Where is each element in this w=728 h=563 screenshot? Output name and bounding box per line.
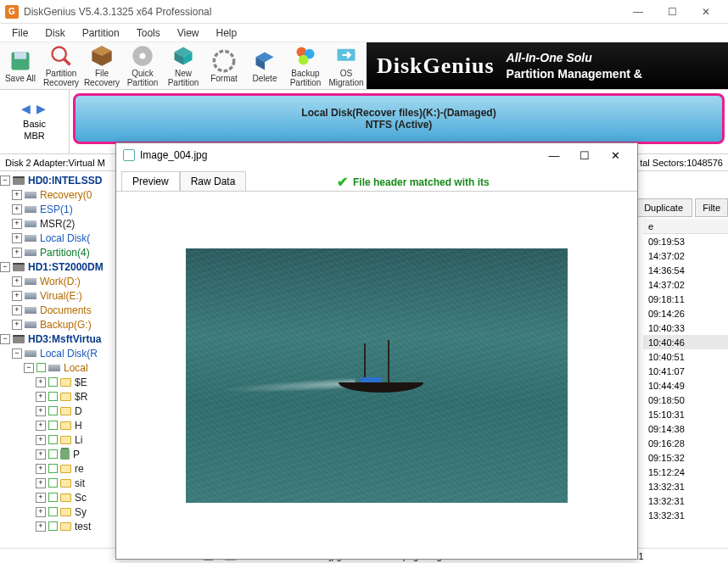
- expand-toggle[interactable]: −: [0, 176, 10, 186]
- preview-titlebar[interactable]: Image_004.jpg — ☐ ✕: [116, 143, 637, 167]
- time-cell[interactable]: 09:14:26: [643, 306, 728, 321]
- menu-disk[interactable]: Disk: [36, 25, 73, 41]
- tree-checkbox[interactable]: [48, 421, 58, 430]
- time-cell[interactable]: 09:14:38: [643, 421, 728, 436]
- time-cell[interactable]: 14:37:02: [643, 248, 728, 263]
- tool-save-all[interactable]: Save All: [0, 42, 41, 89]
- folder-icon: [60, 479, 71, 488]
- expand-toggle[interactable]: +: [12, 320, 22, 330]
- save-icon: [8, 49, 32, 73]
- tree-checkbox[interactable]: [48, 478, 58, 488]
- time-cell[interactable]: 13:32:31: [643, 493, 728, 508]
- expand-toggle[interactable]: +: [36, 449, 46, 460]
- time-cell[interactable]: 14:36:54: [643, 263, 728, 277]
- menu-partition[interactable]: Partition: [74, 25, 128, 41]
- time-cell[interactable]: 13:32:31: [643, 479, 728, 493]
- tool-delete[interactable]: Delete: [244, 42, 285, 89]
- expand-toggle[interactable]: +: [36, 421, 46, 431]
- folder-icon: [60, 522, 71, 531]
- time-cell[interactable]: 09:18:11: [643, 292, 728, 306]
- expand-toggle[interactable]: +: [36, 406, 46, 416]
- tool-new-partition[interactable]: New Partition: [163, 42, 204, 89]
- expand-toggle[interactable]: +: [12, 291, 22, 301]
- expand-toggle[interactable]: +: [12, 204, 22, 215]
- menu-file[interactable]: File: [3, 25, 36, 41]
- tree-checkbox[interactable]: [48, 435, 58, 444]
- time-cell[interactable]: 10:41:07: [643, 364, 728, 378]
- col-header-e[interactable]: e: [643, 219, 728, 234]
- time-cell[interactable]: 13:32:31: [643, 508, 728, 522]
- time-column: 09:19:5314:37:0214:36:5414:37:0209:18:11…: [643, 234, 728, 522]
- time-cell[interactable]: 09:16:28: [643, 436, 728, 450]
- expand-toggle[interactable]: +: [36, 478, 46, 488]
- tool-backup-partition[interactable]: Backup Partition: [285, 42, 326, 89]
- tool-format[interactable]: Format: [204, 42, 244, 89]
- tree-checkbox[interactable]: [48, 392, 58, 401]
- time-cell[interactable]: 15:12:24: [643, 465, 728, 479]
- expand-toggle[interactable]: +: [36, 507, 46, 517]
- time-cell[interactable]: 09:15:32: [643, 450, 728, 465]
- preview-image: [186, 248, 568, 503]
- tree-checkbox[interactable]: [48, 521, 58, 531]
- tab-raw-data[interactable]: Raw Data: [180, 171, 247, 191]
- expand-toggle[interactable]: +: [12, 190, 22, 200]
- time-cell[interactable]: 14:37:02: [643, 277, 728, 292]
- partition-block[interactable]: Local Disk(Recover files)(K:)-(Damaged) …: [73, 93, 725, 144]
- preview-maximize-button[interactable]: ☐: [569, 145, 600, 165]
- expand-toggle[interactable]: +: [36, 464, 46, 474]
- tree-checkbox[interactable]: [48, 493, 58, 502]
- time-cell[interactable]: 15:10:31: [643, 407, 728, 421]
- tree-checkbox[interactable]: [48, 507, 58, 516]
- time-cell[interactable]: 10:40:33: [643, 321, 728, 335]
- tool-os-migration[interactable]: OS Migration: [326, 42, 367, 89]
- tree-checkbox[interactable]: [48, 377, 58, 387]
- filter-button[interactable]: Filte: [695, 198, 728, 217]
- expand-toggle[interactable]: +: [12, 305, 22, 315]
- time-cell[interactable]: 10:40:46: [643, 335, 728, 349]
- expand-toggle[interactable]: +: [12, 248, 22, 258]
- time-cell[interactable]: 10:44:49: [643, 378, 728, 393]
- tool-file-recovery[interactable]: File Recovery: [81, 42, 122, 89]
- menu-help[interactable]: Help: [208, 25, 246, 41]
- recycle-icon: [60, 449, 70, 460]
- expand-toggle[interactable]: +: [36, 435, 46, 445]
- folder-icon: [60, 436, 71, 444]
- expand-toggle[interactable]: −: [24, 363, 34, 373]
- expand-toggle[interactable]: +: [36, 377, 46, 387]
- expand-toggle[interactable]: −: [0, 262, 10, 272]
- duplicate-button[interactable]: Duplicate: [635, 198, 692, 217]
- nav-arrows[interactable]: ◀ ▶: [21, 102, 48, 115]
- expand-toggle[interactable]: +: [36, 392, 46, 402]
- tree-checkbox[interactable]: [48, 449, 58, 459]
- preview-close-button[interactable]: ✕: [600, 145, 630, 165]
- expand-toggle[interactable]: +: [12, 219, 22, 229]
- partition-icon: [25, 192, 36, 198]
- expand-toggle[interactable]: +: [36, 493, 46, 503]
- time-cell[interactable]: 10:40:51: [643, 349, 728, 364]
- preview-title: Image_004.jpg: [140, 149, 539, 161]
- tree-checkbox[interactable]: [48, 406, 58, 415]
- expand-toggle[interactable]: +: [12, 233, 22, 243]
- disc-icon: [131, 44, 154, 68]
- cube-icon: [171, 44, 195, 68]
- preview-minimize-button[interactable]: —: [539, 145, 569, 165]
- tool-partition-recovery[interactable]: Partition Recovery: [41, 42, 81, 89]
- expand-toggle[interactable]: +: [36, 521, 46, 532]
- folder-icon: [60, 465, 71, 473]
- close-button[interactable]: ✕: [689, 2, 723, 22]
- tree-checkbox[interactable]: [36, 363, 46, 372]
- expand-toggle[interactable]: −: [12, 348, 22, 359]
- minimize-button[interactable]: —: [621, 2, 655, 22]
- menu-tools[interactable]: Tools: [128, 25, 169, 41]
- time-cell[interactable]: 09:18:50: [643, 393, 728, 407]
- maximize-button[interactable]: ☐: [655, 2, 689, 22]
- tool-quick-partition[interactable]: Quick Partition: [122, 42, 163, 89]
- menu-view[interactable]: View: [169, 25, 208, 41]
- time-cell[interactable]: 09:19:53: [643, 234, 728, 248]
- tree-checkbox[interactable]: [48, 464, 58, 473]
- folder-icon: [60, 378, 71, 387]
- expand-toggle[interactable]: +: [12, 276, 22, 287]
- expand-toggle[interactable]: −: [0, 334, 10, 344]
- toolbar: Save All Partition Recovery File Recover…: [0, 42, 728, 90]
- tab-preview[interactable]: Preview: [121, 171, 180, 191]
